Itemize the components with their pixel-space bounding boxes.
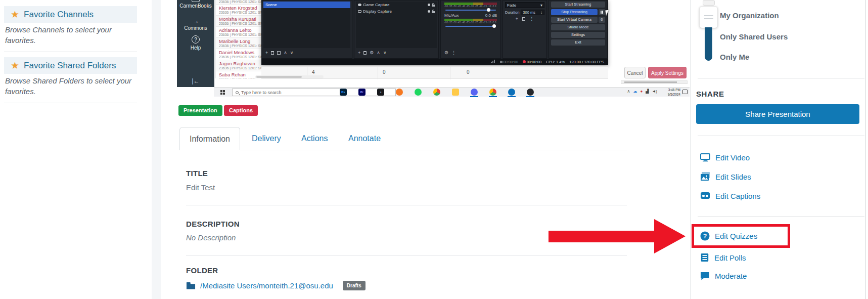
pause-icon [601, 11, 603, 14]
taskbar-clock[interactable]: 3:46 PM 9/5/2024 [658, 88, 680, 97]
visibility-slider-handle[interactable] [699, 6, 718, 28]
taskbar-search-input[interactable]: Type here to search [232, 89, 396, 96]
obs-button[interactable]: Settings [551, 32, 605, 38]
notification-center-icon[interactable] [682, 90, 688, 94]
edge-icon[interactable] [508, 89, 515, 96]
presentation-badge: Presentation [178, 105, 222, 116]
student-name: Maribelle Long [219, 39, 261, 44]
description-value: No Description [186, 233, 236, 242]
cut-off-icon [192, 0, 200, 2]
student-row[interactable]: Maribelle Long23636 | PHYSICS 1201: SM 2… [216, 38, 261, 49]
page-scrollbar[interactable] [621, 80, 688, 84]
mic-volume-slider [445, 24, 496, 28]
student-row[interactable]: Kiersten Krogstad23636 | PHYSICS 1201: S… [216, 5, 261, 16]
windows-start-icon[interactable] [220, 90, 225, 95]
action-label: Edit Slides [715, 173, 751, 181]
sidebar-divider [4, 103, 137, 103]
cpu-usage: CPU: 1.4% [546, 60, 565, 64]
visibility-option[interactable]: Only Me [720, 53, 749, 61]
record-status-icon[interactable]: ● [640, 89, 643, 94]
obs-source-row[interactable]: Display Capture [356, 8, 437, 15]
file-explorer-icon[interactable] [452, 89, 459, 96]
dark-app-icon[interactable]: ▪ [377, 89, 384, 96]
open-app-indicator [470, 96, 478, 97]
tab-bar-border [179, 150, 627, 150]
moderate-link[interactable]: Moderate [700, 270, 747, 281]
display-capture-icon [358, 10, 361, 13]
student-row[interactable]: Daniel Meadows23636 | PHYSICS 1201: SM 2… [216, 49, 261, 60]
premiere-icon[interactable]: Pr [358, 89, 366, 96]
visibility-slider-track[interactable] [705, 27, 712, 61]
page-right-border [865, 0, 866, 299]
onedrive-cloud-icon[interactable]: ☁ [633, 89, 637, 94]
volume-icon[interactable]: ◄) [652, 89, 657, 94]
student-name: Kiersten Krogstad [219, 6, 261, 11]
cancel-button[interactable]: Cancel [624, 67, 646, 78]
virtual-camera-settings-icon[interactable]: ⚙ [599, 17, 605, 23]
sidebar-divider [698, 78, 864, 78]
student-row[interactable]: Jagun Raghavan23636 | PHYSICS 1201: SM 2… [216, 60, 261, 71]
obs-button[interactable]: Studio Mode [551, 24, 605, 30]
moderate-comment-icon [700, 272, 710, 280]
exit-arrow-icon: → [177, 17, 214, 25]
chrome-profile-icon[interactable] [489, 89, 496, 96]
obs-button[interactable]: Start Virtual Camera [551, 17, 598, 23]
folder-path-link[interactable]: /Mediasite Users/monteith.21@osu.edu [200, 281, 333, 290]
obs-button[interactable]: Stop Recording [551, 9, 598, 15]
record-dot-icon [523, 60, 526, 63]
student-row[interactable]: Saba Rehan23636 | PHYSICS 1201: SM 2077.… [216, 71, 261, 78]
system-tray: ∧☁●▟◄) [627, 89, 657, 94]
favorites-sidebar: ★Favorite ChannelsBrowse Channels to sel… [4, 0, 137, 299]
obs-source-row[interactable]: Game Capture [356, 2, 437, 8]
chrome-icon[interactable] [433, 89, 440, 96]
pause-button[interactable] [599, 9, 605, 15]
student-course: 23636 | PHYSICS 1201: SM 2077... [219, 11, 261, 15]
share-presentation-button[interactable]: Share Presentation [696, 104, 859, 124]
mic-db-value: 0.0 dB [485, 13, 497, 18]
obs-controls-dock: Start StreamingStop RecordingStart Virtu… [549, 0, 608, 59]
obs-control-row: Stop Recording [551, 9, 605, 15]
obs-button[interactable]: Exit [551, 39, 605, 46]
edit-video-link[interactable]: Edit Video [700, 152, 750, 163]
mic-ticks: -60 -55 -50 -45 -40 -35 -30 -25 -20 -15 … [444, 21, 497, 24]
student-row[interactable]: Monisha Kurupati23636 | PHYSICS 1201: SM… [216, 16, 261, 27]
edit-polls-link[interactable]: Edit Polls [700, 252, 746, 263]
tab-annotate[interactable]: Annotate [348, 134, 381, 143]
spotify-icon[interactable] [415, 89, 422, 96]
favorites-section-description: Browse Shared Folders to select your fav… [5, 75, 135, 97]
clock-time: 3:46 PM [658, 88, 680, 93]
obs-mixer-panel: -60 -55 -50 -45 -40 -35 -30 -25 -20 -15 … [442, 2, 499, 48]
fps-counter: 120.00 / 120.00 FPS [569, 60, 604, 64]
favorites-section-header[interactable]: ★Favorite Channels [4, 6, 137, 23]
description-heading: DESCRIPTION [186, 220, 240, 228]
discord-icon[interactable] [471, 89, 478, 96]
obs-mixer-dock: -60 -55 -50 -45 -40 -35 -30 -25 -20 -15 … [440, 0, 501, 59]
favorites-section-header[interactable]: ★Favorite Shared Folders [4, 57, 137, 74]
obs-button[interactable]: Start Streaming [551, 2, 605, 8]
chevron-up-icon[interactable]: ∧ [627, 89, 630, 94]
edit-slides-link[interactable]: Edit Slides [700, 171, 751, 182]
commons-label: Commons [177, 25, 214, 31]
star-icon: ★ [11, 10, 19, 19]
obs-status-bar: 00:00:00 00:00:00 CPU: 1.4% 120.00 / 120… [261, 59, 608, 65]
edit-captions-link[interactable]: Edit Captions [700, 190, 760, 201]
student-row[interactable]: Adrianna Lehto23636 | PHYSICS 1201: SM 2… [216, 27, 261, 38]
visibility-option[interactable]: My Organization [720, 11, 779, 20]
network-icon[interactable]: ▟ [646, 89, 649, 94]
apply-settings-button[interactable]: Apply Settings [648, 67, 687, 78]
tab-delivery[interactable]: Delivery [252, 134, 281, 143]
photoshop-icon[interactable]: Ps [340, 89, 347, 96]
tab-actions[interactable]: Actions [301, 134, 328, 143]
duration-field: 300 ms↕ [521, 10, 544, 15]
game-capture-icon [358, 4, 361, 6]
visibility-option[interactable]: Only Shared Users [720, 32, 788, 41]
tab-information[interactable]: Information [179, 127, 240, 150]
gradebook-scrollbar[interactable] [255, 75, 324, 78]
student-course: 23636 | PHYSICS 1201: SM 2077... [219, 0, 261, 4]
gradebook-column-border [378, 67, 378, 79]
fl-studio-icon[interactable] [396, 89, 403, 96]
monitor-icon [700, 153, 710, 162]
video-thumbnail[interactable]: CarmenBooks → Commons ? Help |← 23636 | … [177, 0, 690, 97]
black-app-icon[interactable] [527, 89, 534, 96]
desktop-audio-ticks: -60 -55 -50 -45 -40 -35 -30 -25 -20 -15 … [444, 5, 497, 8]
